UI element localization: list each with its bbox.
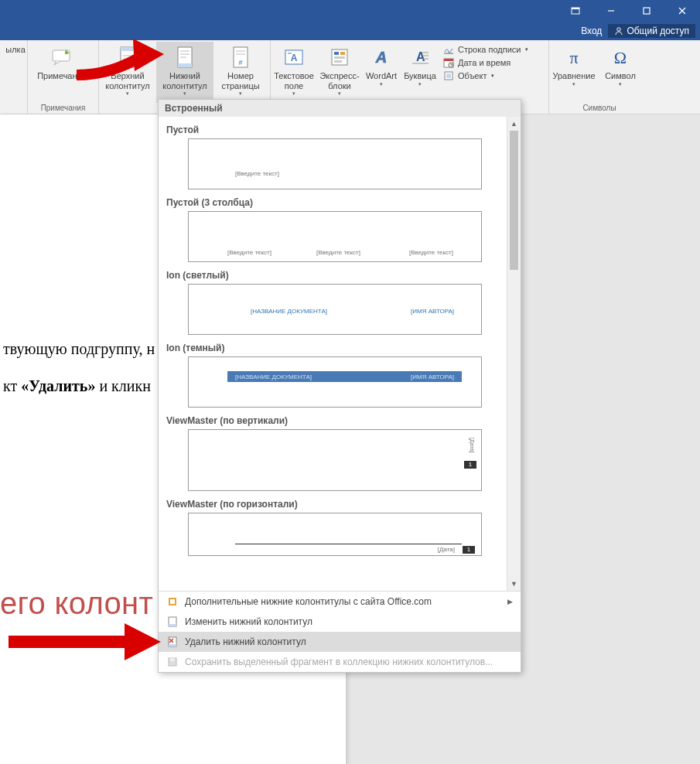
chevron-down-icon: ▾ bbox=[491, 73, 494, 79]
date-time-button[interactable]: Дата и время bbox=[442, 56, 528, 69]
chevron-down-icon: ▾ bbox=[239, 90, 242, 97]
calendar-icon bbox=[442, 56, 455, 69]
chevron-down-icon: ▾ bbox=[619, 81, 622, 87]
svg-rect-29 bbox=[334, 56, 345, 59]
scroll-up-icon[interactable]: ▲ bbox=[507, 117, 521, 131]
svg-rect-52 bbox=[169, 644, 176, 646]
chevron-down-icon: ▾ bbox=[126, 90, 129, 97]
template-preview-ion-dark[interactable]: [НАЗВАНИЕ ДОКУМЕНТА] [ИМЯ АВТОРА] bbox=[188, 356, 482, 408]
scroll-thumb[interactable] bbox=[510, 131, 518, 270]
comment-icon bbox=[50, 45, 74, 70]
svg-rect-28 bbox=[340, 52, 345, 55]
signature-icon bbox=[442, 43, 455, 56]
chevron-down-icon: ▾ bbox=[380, 81, 383, 87]
wordart-button[interactable]: A WordArt ▾ bbox=[362, 42, 401, 103]
edit-footer-menuitem[interactable]: Изменить нижний колонтитул bbox=[159, 612, 521, 632]
object-icon bbox=[442, 70, 455, 82]
equation-button[interactable]: π Уравнение ▾ bbox=[549, 42, 599, 103]
minimize-button[interactable] bbox=[593, 0, 629, 22]
dropcap-button[interactable]: A Буквица ▾ bbox=[401, 42, 439, 103]
svg-rect-39 bbox=[444, 59, 453, 61]
maximize-button[interactable] bbox=[629, 0, 664, 22]
textbox-icon: A bbox=[282, 45, 306, 70]
symbol-button[interactable]: Ω Символ ▾ bbox=[599, 42, 642, 103]
svg-rect-3 bbox=[644, 8, 650, 14]
template-title: Пустой (3 столбца) bbox=[166, 197, 500, 208]
chevron-down-icon: ▾ bbox=[525, 46, 528, 53]
svg-text:A: A bbox=[375, 49, 387, 66]
footer-button[interactable]: Нижний колонтитул ▾ bbox=[156, 42, 213, 103]
svg-rect-10 bbox=[121, 47, 135, 51]
chevron-down-icon: ▾ bbox=[292, 90, 295, 97]
svg-rect-15 bbox=[178, 63, 192, 67]
svg-rect-56 bbox=[170, 658, 175, 661]
gallery-section-header: Встроенный bbox=[159, 100, 521, 117]
more-footers-office-menuitem[interactable]: Дополнительные нижние колонтитулы с сайт… bbox=[159, 592, 521, 612]
svg-rect-44 bbox=[446, 73, 451, 78]
symbol-icon: Ω bbox=[608, 45, 633, 70]
template-preview-three-col[interactable]: [Введите текст] [Введите текст] [Введите… bbox=[188, 211, 482, 262]
svg-point-6 bbox=[617, 28, 620, 31]
edit-footer-icon bbox=[166, 616, 179, 628]
template-preview-vm-horizontal[interactable]: [Дата] 1 bbox=[188, 513, 482, 556]
wordart-icon: A bbox=[369, 45, 394, 70]
symbols-group-label: Символы bbox=[549, 103, 650, 114]
quick-parts-button[interactable]: Экспресс-блоки ▾ bbox=[317, 42, 362, 103]
chevron-down-icon: ▾ bbox=[418, 81, 422, 87]
save-selection-menuitem: Сохранить выделенный фрагмент в коллекци… bbox=[159, 652, 521, 672]
header-icon bbox=[115, 45, 140, 70]
svg-text:Ω: Ω bbox=[614, 48, 627, 67]
share-button[interactable]: Общий доступ bbox=[608, 24, 695, 38]
equation-icon: π bbox=[562, 45, 586, 70]
template-preview-ion-light[interactable]: [НАЗВАНИЕ ДОКУМЕНТА] [ИМЯ АВТОРА] bbox=[188, 284, 482, 335]
dropcap-icon: A bbox=[408, 45, 432, 70]
office-icon bbox=[166, 595, 179, 608]
document-text-line: твующую подгруппу, н bbox=[3, 340, 155, 358]
document-heading: его колонт bbox=[0, 586, 153, 621]
svg-rect-1 bbox=[572, 8, 579, 9]
template-title: Ion (светлый) bbox=[166, 270, 500, 281]
comments-group-label: Примечания bbox=[28, 103, 98, 114]
svg-rect-48 bbox=[170, 599, 175, 604]
footer-gallery-dropdown: Встроенный Пустой [Введите текст] Пустой… bbox=[158, 99, 521, 673]
scroll-down-icon[interactable]: ▼ bbox=[507, 577, 521, 591]
svg-text:A: A bbox=[291, 53, 298, 63]
textbox-button[interactable]: A Текстовое поле ▾ bbox=[271, 42, 317, 103]
document-text-line: кт «Удалить» и кликн bbox=[3, 377, 151, 395]
quick-parts-icon bbox=[327, 45, 352, 70]
close-button[interactable] bbox=[664, 0, 700, 22]
svg-text:#: # bbox=[238, 59, 242, 67]
sub-titlebar: Вход Общий доступ bbox=[0, 22, 700, 40]
ribbon-display-icon[interactable] bbox=[558, 0, 593, 22]
save-gallery-icon bbox=[166, 656, 179, 668]
chevron-down-icon: ▾ bbox=[183, 90, 186, 97]
chevron-right-icon: ▶ bbox=[507, 598, 513, 605]
template-title: ViewMaster (по горизонтали) bbox=[166, 499, 500, 510]
page-number-button[interactable]: # Номер страницы ▾ bbox=[213, 42, 268, 103]
template-preview-blank[interactable]: [Введите текст] bbox=[188, 138, 482, 189]
template-title: Пустой bbox=[166, 124, 500, 135]
template-title: Ion (темный) bbox=[166, 343, 500, 353]
template-preview-vm-vertical[interactable]: [Дата] 1 bbox=[188, 429, 482, 491]
template-title: ViewMaster (по вертикали) bbox=[166, 415, 500, 426]
chevron-down-icon: ▾ bbox=[572, 81, 575, 87]
page-number-icon: # bbox=[228, 45, 253, 70]
gallery-scrollbar[interactable]: ▲ ▼ bbox=[507, 117, 521, 591]
remove-footer-menuitem[interactable]: Удалить нижний колонтитул bbox=[159, 632, 521, 652]
footer-icon bbox=[172, 45, 197, 70]
comment-button[interactable]: Примечание bbox=[28, 42, 96, 103]
window-titlebar bbox=[0, 0, 700, 22]
gallery-footer-menu: Дополнительные нижние колонтитулы с сайт… bbox=[159, 591, 521, 672]
hyperlink-button-partial[interactable]: ылка bbox=[0, 42, 31, 103]
svg-text:π: π bbox=[569, 48, 578, 67]
object-button[interactable]: Объект ▾ bbox=[442, 70, 528, 82]
svg-rect-30 bbox=[334, 60, 342, 63]
svg-rect-50 bbox=[169, 624, 176, 626]
signin-link[interactable]: Вход bbox=[581, 26, 602, 36]
chevron-down-icon: ▾ bbox=[338, 90, 341, 97]
remove-footer-icon bbox=[166, 636, 179, 648]
person-icon bbox=[614, 26, 623, 36]
svg-rect-27 bbox=[334, 52, 339, 55]
header-button[interactable]: Верхний колонтитул ▾ bbox=[99, 42, 156, 103]
signature-line-button[interactable]: Строка подписи ▾ bbox=[442, 43, 528, 56]
